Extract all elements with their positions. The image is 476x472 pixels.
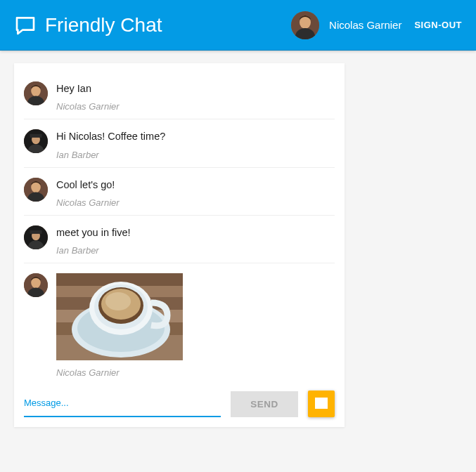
message-text: meet you in five!: [56, 225, 335, 240]
messages-list: Hey IanNicolas GarnierHi Nicolas! Coffee…: [14, 72, 345, 385]
message-avatar: [24, 129, 48, 153]
image-icon: [313, 395, 330, 414]
svg-point-34: [323, 399, 326, 402]
message-input[interactable]: [24, 398, 221, 417]
message-text: Hi Nicolas! Coffee time?: [56, 129, 335, 143]
message-sender: Ian Barber: [56, 245, 335, 256]
message-input-wrapper: Message...: [24, 398, 221, 417]
app-title: Friendly Chat: [45, 14, 291, 37]
current-user-avatar[interactable]: [291, 11, 319, 39]
chat-icon: [14, 14, 37, 37]
chat-card: Hey IanNicolas GarnierHi Nicolas! Coffee…: [14, 63, 345, 427]
message-row: Hi Nicolas! Coffee time?Ian Barber: [24, 119, 335, 167]
message-content: Hey IanNicolas Garnier: [56, 81, 335, 112]
message-content: meet you in five!Ian Barber: [56, 225, 335, 256]
message-text: Hey Ian: [56, 81, 335, 96]
message-content: Nicolas Garnier: [56, 273, 335, 378]
message-sender: Ian Barber: [56, 150, 335, 160]
message-sender: Nicolas Garnier: [56, 367, 335, 378]
signout-button[interactable]: SIGN-OUT: [414, 20, 462, 30]
send-button[interactable]: SEND: [231, 391, 298, 417]
message-content: Hi Nicolas! Coffee time?Ian Barber: [56, 129, 335, 159]
message-text: Cool let's go!: [56, 178, 335, 192]
message-row: Nicolas Garnier: [24, 263, 335, 385]
app-header: Friendly Chat Nicolas Garnier SIGN-OUT: [0, 0, 476, 51]
composer: Message... SEND: [14, 385, 345, 417]
message-sender: Nicolas Garnier: [56, 101, 335, 112]
svg-point-33: [105, 292, 131, 310]
current-user-name: Nicolas Garnier: [329, 19, 401, 31]
message-avatar: [24, 273, 48, 297]
message-row: Hey IanNicolas Garnier: [24, 72, 335, 119]
svg-rect-8: [30, 134, 42, 138]
message-row: meet you in five!Ian Barber: [24, 216, 335, 263]
message-content: Cool let's go!Nicolas Garnier: [56, 178, 335, 208]
image-upload-button[interactable]: [308, 391, 335, 417]
svg-rect-15: [30, 230, 42, 234]
message-row: Cool let's go!Nicolas Garnier: [24, 168, 335, 216]
message-avatar: [24, 81, 48, 105]
message-sender: Nicolas Garnier: [56, 197, 335, 208]
message-avatar: [24, 225, 48, 249]
message-image[interactable]: [56, 273, 183, 360]
message-avatar: [24, 178, 48, 202]
